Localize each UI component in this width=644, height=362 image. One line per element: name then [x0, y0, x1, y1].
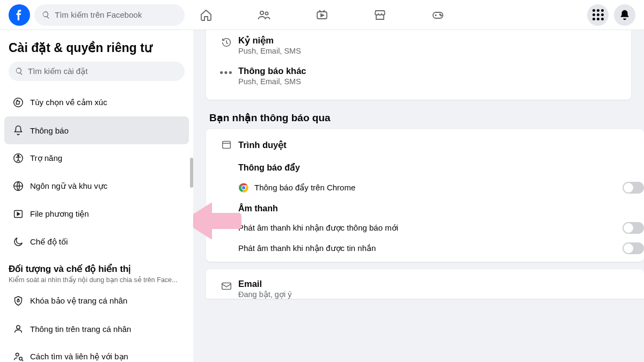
option-sound-new-notification[interactable]: Phát âm thanh khi nhận được thông báo mớ…: [215, 218, 644, 238]
nav-home-icon[interactable]: [199, 8, 214, 23]
center-nav: [199, 8, 445, 23]
sidebar-item-dark-mode[interactable]: Chế độ tối: [4, 228, 189, 256]
option-chrome-push[interactable]: Thông báo đẩy trên Chrome: [215, 177, 644, 198]
globe-icon: [12, 180, 24, 192]
search-icon: [15, 67, 24, 76]
svg-rect-16: [223, 142, 231, 149]
svg-point-0: [260, 11, 264, 14]
search-placeholder: Tìm kiếm trên Facebook: [55, 10, 142, 20]
nav-video-icon[interactable]: [314, 8, 330, 23]
facebook-logo[interactable]: [9, 4, 30, 26]
sidebar-item-profile-info[interactable]: Thông tin trên trang cá nhân: [4, 315, 189, 343]
sidebar-item-language-region[interactable]: Ngôn ngữ và khu vực: [4, 172, 189, 200]
envelope-icon: [221, 280, 232, 292]
thumbs-up-icon: [12, 97, 24, 108]
moon-icon: [12, 236, 24, 248]
person-icon: [12, 323, 24, 335]
row-other-notifications[interactable]: ••• Thông báo khác Push, Email, SMS: [215, 61, 623, 91]
sidebar-search-input[interactable]: Tìm kiếm cài đặt: [9, 62, 185, 81]
search-icon: [42, 11, 50, 19]
row-browser[interactable]: Trình duyệt: [215, 137, 644, 157]
sidebar-section-audience: Đối tượng và chế độ hiển thị Kiểm soát a…: [4, 263, 189, 287]
svg-point-4: [440, 14, 441, 15]
notifications-button[interactable]: [614, 4, 635, 26]
grid-icon: [592, 9, 604, 20]
svg-point-8: [18, 155, 19, 157]
email-card: Email Đang bật, gợi ý: [206, 269, 644, 299]
settings-sidebar: Cài đặt & quyền riêng tư Tìm kiếm cài đặ…: [0, 30, 193, 362]
sidebar-item-find-contact[interactable]: Cách tìm và liên hệ với bạn: [4, 343, 189, 362]
subhead-push: Thông báo đẩy: [215, 157, 644, 177]
svg-point-14: [19, 357, 23, 360]
svg-rect-11: [17, 300, 19, 302]
toggle-sound-notification[interactable]: [623, 222, 644, 234]
browser-notifications-card: Trình duyệt Thông báo đẩy Thông báo đẩy …: [206, 129, 644, 262]
svg-point-6: [14, 98, 23, 107]
browser-window-icon: [221, 139, 232, 151]
row-email[interactable]: Email Đang bật, gợi ý: [215, 276, 644, 299]
svg-point-12: [17, 326, 20, 329]
main-content: Kỷ niệm Push, Email, SMS ••• Thông báo k…: [193, 30, 644, 362]
clock-back-icon: [221, 36, 232, 48]
right-nav: [587, 4, 635, 26]
bell-icon: [619, 9, 631, 21]
sidebar-item-reaction-prefs[interactable]: Tùy chọn về cảm xúc: [4, 88, 189, 116]
bell-icon: [12, 124, 24, 136]
sidebar-item-accessibility[interactable]: Trợ năng: [4, 144, 189, 172]
global-search-input[interactable]: Tìm kiếm trên Facebook: [34, 4, 185, 26]
svg-point-13: [16, 353, 19, 357]
svg-point-1: [265, 12, 268, 14]
row-memories[interactable]: Kỷ niệm Push, Email, SMS: [215, 30, 623, 61]
sidebar-title: Cài đặt & quyền riêng tư: [4, 39, 189, 62]
option-sound-message[interactable]: Phát âm thanh khi nhận được tin nhắn: [215, 238, 644, 258]
person-search-icon: [12, 351, 24, 362]
menu-grid-button[interactable]: [587, 4, 609, 26]
notification-types-card: Kỷ niệm Push, Email, SMS ••• Thông báo k…: [206, 30, 631, 100]
subhead-sound: Âm thanh: [215, 198, 644, 218]
toggle-chrome-push[interactable]: [623, 182, 644, 194]
nav-marketplace-icon[interactable]: [372, 8, 387, 23]
top-nav: Tìm kiếm trên Facebook: [0, 0, 644, 30]
media-icon: [12, 208, 24, 220]
section-heading-receive-via: Bạn nhận thông báo qua: [209, 112, 631, 124]
sidebar-item-profile-lock[interactable]: Khóa bảo vệ trang cá nhân: [4, 287, 189, 315]
sidebar-item-media[interactable]: File phương tiện: [4, 200, 189, 228]
accessibility-icon: [12, 152, 24, 164]
sidebar-item-notifications[interactable]: Thông báo: [4, 116, 189, 144]
svg-point-19: [243, 187, 245, 189]
svg-rect-21: [222, 283, 231, 290]
nav-gaming-icon[interactable]: [430, 8, 445, 23]
nav-friends-icon[interactable]: [257, 8, 272, 23]
shield-icon: [12, 295, 24, 307]
svg-point-5: [441, 15, 442, 16]
dots-icon: •••: [220, 67, 233, 78]
toggle-sound-message[interactable]: [623, 242, 644, 254]
chrome-icon: [238, 182, 249, 193]
